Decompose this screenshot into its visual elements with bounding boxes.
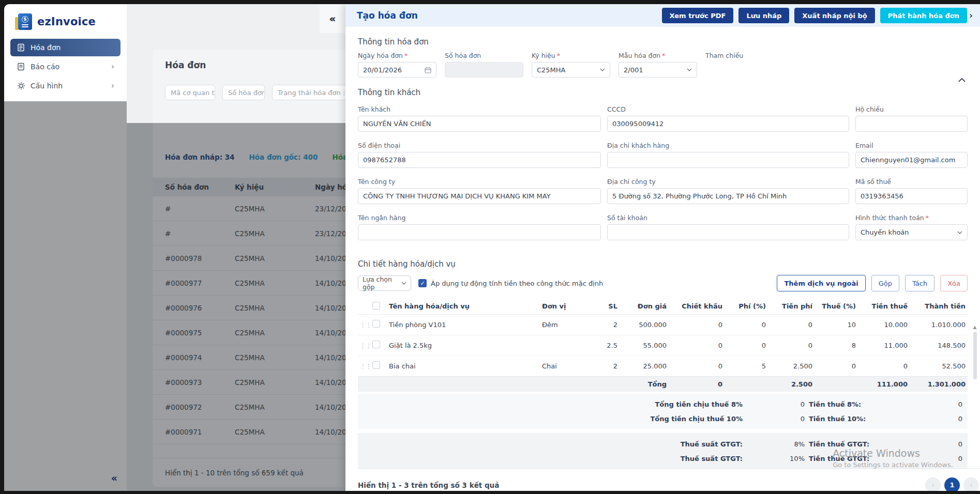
customer-field: Địa chỉ công ty 5 Đường số 32, Phường Ph… [607, 173, 849, 204]
sidebar-item-label: Báo cáo [31, 63, 59, 71]
customer-field: Hình thức thanh toán* Chuyển khoản [855, 209, 968, 240]
drag-handle-icon[interactable]: ⋮⋮ [360, 322, 371, 329]
text-input[interactable] [607, 224, 849, 240]
gear-icon [17, 82, 25, 90]
action-button[interactable]: Xem trước PDF [662, 8, 734, 23]
customer-field: Tên công ty CÔNG TY TNHH THƯƠNG MẠI DỊCH… [358, 173, 601, 204]
invoice-info-fields: Ngày hóa đơn* 20/01/2026 Số hóa đơn Ký h… [358, 47, 968, 78]
select-all-checkbox[interactable] [372, 302, 380, 310]
chevron-right-icon[interactable]: › [969, 10, 973, 21]
sidebar-top: $ ezInvoice Hóa đơn Báo cáo › [4, 4, 127, 101]
filter-bar: Mã cơ quan th Số hóa đơn Trạng thái hóa … [165, 85, 345, 100]
invoice-icon [17, 43, 25, 52]
sidebar-item-hoa-don[interactable]: Hóa đơn [10, 39, 120, 56]
customer-field: Hộ chiếu [855, 100, 968, 132]
page-title: Hóa đơn [165, 60, 345, 70]
item-row[interactable]: ⋮⋮ Tiền phòng V101 Đêm 2 500.000 0 0 0 1… [358, 314, 968, 335]
row-checkbox[interactable] [372, 341, 380, 348]
invoice-list-card-header: Hóa đơn Mã cơ quan th Số hóa đơn Trạng t… [153, 50, 345, 123]
invoice-number-input [445, 62, 523, 78]
items-buttons: Thêm dịch vụ ngoài Gộp Tách Xóa [777, 275, 968, 291]
text-input[interactable]: 0987652788 [358, 152, 601, 168]
customer-field: Số điện thoại 0987652788 [358, 136, 601, 168]
item-row[interactable]: ⋮⋮ Bia chai Chai 2 25.000 0 5 2.500 0 0 … [358, 356, 968, 376]
field-invoice-symbol: Ký hiệu* C25MHA [532, 47, 610, 78]
filter-trang-thai[interactable]: Trạng thái hóa đơn : Tất [272, 85, 345, 100]
customer-fields: Tên khách NGUYỄN VĂN CHIẾN CCCD 03009500… [358, 100, 968, 245]
chevron-down-icon [401, 282, 406, 285]
calendar-icon[interactable] [425, 67, 431, 73]
report-icon [17, 63, 25, 71]
page-prev-button[interactable]: ‹ [925, 477, 941, 491]
customer-field: Tên khách NGUYỄN VĂN CHIẾN [358, 100, 601, 132]
customer-field: CCCD 030095009412 [607, 100, 849, 132]
page-1-button[interactable]: 1 [944, 477, 960, 491]
vat-summary-row: Thuế suất GTGT: 8% Tiền thuế GTGT: 0 [358, 437, 968, 451]
row-checkbox[interactable] [372, 361, 380, 369]
row-checkbox[interactable] [372, 320, 380, 328]
brand-logo[interactable]: $ ezInvoice [9, 10, 122, 37]
items-result-count: Hiển thị 1 - 3 trên tổng số 3 kết quả [358, 481, 499, 489]
action-button[interactable]: Phát hành hóa đơn [880, 8, 967, 23]
text-input[interactable]: Chiennguyen01@gmail.com [855, 152, 968, 168]
drag-handle-icon[interactable]: ⋮⋮ [360, 363, 371, 370]
tax-summary: Tổng tiền chịu thuế 8% 0 Tiền thuế 8%: 0… [358, 394, 968, 429]
page-next-button[interactable]: › [963, 477, 979, 491]
section-collapse-icon[interactable] [958, 74, 966, 84]
field-invoice-form: Mẫu hóa đơn* 2/001 [619, 47, 697, 78]
sidebar-item-bao-cao[interactable]: Báo cáo › [10, 58, 120, 75]
text-input[interactable]: CÔNG TY TNHH THƯƠNG MẠI DỊCH VỤ KHANG KI… [358, 188, 601, 204]
filter-so-hoa-don[interactable]: Số hóa đơn [222, 85, 265, 100]
items-action-button[interactable]: Xóa [940, 275, 968, 291]
text-input[interactable]: 5 Đường số 32, Phường Phước Long, TP Hồ … [607, 188, 849, 204]
text-input[interactable]: 030095009412 [607, 116, 849, 132]
text-input[interactable]: 0319363456 [855, 188, 968, 204]
customer-field: Số tài khoản [607, 209, 849, 240]
action-button[interactable]: Lưu nháp [738, 8, 789, 23]
app-window: $ ezInvoice Hóa đơn Báo cáo › [4, 4, 980, 491]
sidebar-item-label: Hóa đơn [31, 43, 61, 52]
customer-field: Địa chỉ khách hàng [607, 136, 849, 168]
item-row[interactable]: ⋮⋮ Giặt là 2.5kg 2.5 55.000 0 0 0 8 11.0… [358, 335, 968, 356]
action-button[interactable]: Xuất nháp nội bộ [794, 8, 875, 23]
items-table-header: Tên hàng hóa/dịch vụ Đơn vị SL Đơn giá C… [358, 299, 968, 314]
section-title-customer: Thông tin khách [358, 88, 968, 97]
background-header-band: Hóa đơn Mã cơ quan th Số hóa đơn Trạng t… [127, 4, 345, 123]
field-reference: Tham chiếu [705, 47, 784, 78]
text-input[interactable] [607, 152, 849, 168]
text-input[interactable]: NGUYỄN VĂN CHIẾN [358, 116, 601, 132]
tax-summary-row: Tổng tiền chịu thuế 10% 0 Tiền thuế 10%:… [358, 411, 968, 426]
vat-summary: Thuế suất GTGT: 8% Tiền thuế GTGT: 0 Thu… [358, 433, 968, 469]
invoice-date-input[interactable]: 20/01/2026 [358, 62, 436, 78]
auto-calc-checkbox[interactable]: ✓ [418, 279, 427, 287]
sidebar-item-cau-hinh[interactable]: Cấu hình › [10, 77, 120, 95]
tax-summary-row: Tổng tiền chịu thuế 8% 0 Tiền thuế 8%: 0 [358, 397, 968, 411]
items-scrollbar[interactable]: ▲ [972, 325, 978, 379]
items-rows: ⋮⋮ Tiền phòng V101 Đêm 2 500.000 0 0 0 1… [358, 314, 968, 376]
scrollbar-thumb[interactable] [973, 332, 977, 379]
items-action-button[interactable]: Gộp [871, 275, 899, 291]
auto-calc-label: Áp dụng tự động tính tiền theo công thức… [431, 280, 603, 287]
invoice-symbol-select[interactable]: C25MHA [532, 62, 610, 78]
text-input[interactable] [358, 224, 601, 240]
chevron-down-icon [600, 68, 605, 71]
items-action-button[interactable]: Thêm dịch vụ ngoài [777, 275, 865, 291]
chevron-right-icon: › [111, 81, 114, 90]
invoice-form-select[interactable]: 2/001 [619, 62, 697, 78]
vat-summary-row: Thuế suất GTGT: 10% Tiền thuế GTGT: 0 [358, 451, 968, 466]
create-invoice-drawer: Tạo hóa đơn Xem trước PDF Lưu nháp Xuất … [345, 4, 980, 491]
drawer-title: Tạo hóa đơn [357, 10, 418, 21]
text-input[interactable] [855, 116, 968, 132]
chevron-right-icon: › [111, 62, 114, 71]
group-select[interactable]: Lựa chọn gộp [358, 275, 411, 291]
chevron-down-icon [687, 68, 692, 71]
drag-handle-icon[interactable]: ⋮⋮ [360, 343, 371, 349]
items-action-button[interactable]: Tách [905, 275, 934, 291]
scroll-up-icon[interactable]: ▲ [972, 325, 978, 330]
drawer-body: Thông tin hóa đơn Ngày hóa đơn* 20/01/20… [345, 37, 980, 491]
drawer-collapse-button[interactable]: « [320, 4, 345, 33]
text-input[interactable]: Chuyển khoản [855, 224, 968, 240]
chevron-down-icon [957, 231, 962, 234]
filter-ma-co-quan-thue[interactable]: Mã cơ quan th [165, 85, 215, 100]
customer-field: Tên ngân hàng [358, 209, 601, 240]
